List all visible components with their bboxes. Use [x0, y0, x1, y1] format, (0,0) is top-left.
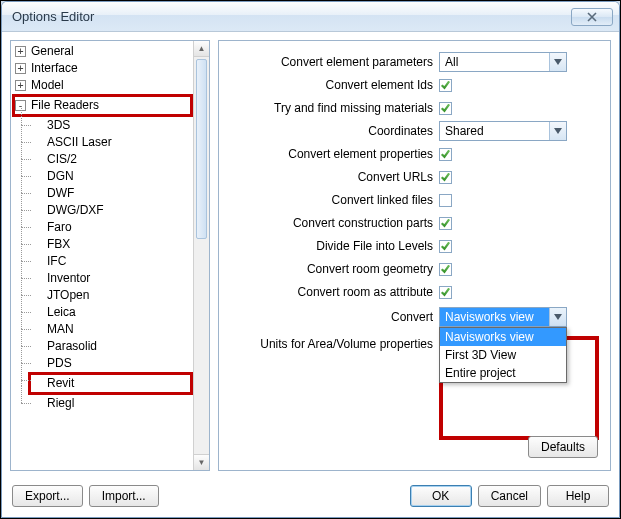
tree-item-model[interactable]: +Model [15, 77, 193, 94]
cancel-button[interactable]: Cancel [478, 485, 541, 507]
label-convert-urls: Convert URLs [231, 170, 439, 184]
scroll-up-icon[interactable]: ▲ [194, 41, 209, 57]
chevron-down-icon [549, 122, 566, 140]
select-coordinates[interactable]: Shared [439, 121, 567, 141]
convert-option-entire-project[interactable]: Entire project [440, 364, 566, 382]
window-title: Options Editor [12, 9, 571, 24]
options-editor-window: Options Editor +General +Interface +Mode… [1, 1, 620, 518]
export-button[interactable]: Export... [12, 485, 83, 507]
close-button[interactable] [571, 8, 613, 26]
expand-icon[interactable]: + [15, 46, 26, 57]
content-area: +General +Interface +Model -File Readers… [2, 32, 619, 479]
label-convert-params: Convert element parameters [231, 55, 439, 69]
checkbox-convert-urls[interactable] [439, 171, 452, 184]
close-icon [587, 12, 597, 22]
tree-vscrollbar[interactable]: ▲ ▼ [193, 41, 209, 470]
tree-item-ascii-laser[interactable]: ASCII Laser [31, 134, 193, 151]
titlebar[interactable]: Options Editor [2, 2, 619, 32]
label-find-missing: Try and find missing materials [231, 101, 439, 115]
tree-item-jtopen[interactable]: JTOpen [31, 287, 193, 304]
checkbox-convert-ids[interactable] [439, 79, 452, 92]
help-button[interactable]: Help [547, 485, 609, 507]
chevron-down-icon [549, 308, 566, 326]
tree-item-pds[interactable]: PDS [31, 355, 193, 372]
checkbox-convert-props[interactable] [439, 148, 452, 161]
label-room-geom: Convert room geometry [231, 262, 439, 276]
tree-item-interface[interactable]: +Interface [15, 60, 193, 77]
label-convert-ids: Convert element Ids [231, 78, 439, 92]
checkbox-find-missing[interactable] [439, 102, 452, 115]
label-convert-ctor: Convert construction parts [231, 216, 439, 230]
footer: Export... Import... OK Cancel Help [2, 479, 619, 517]
convert-option-navisworks[interactable]: Navisworks view [440, 328, 566, 346]
label-convert-props: Convert element properties [231, 147, 439, 161]
options-panel: Convert element parameters All Convert e… [218, 40, 611, 471]
tree-item-revit[interactable]: Revit [31, 372, 193, 395]
checkbox-divide-levels[interactable] [439, 240, 452, 253]
defaults-button[interactable]: Defaults [528, 436, 598, 458]
checkbox-convert-ctor[interactable] [439, 217, 452, 230]
tree-item-faro[interactable]: Faro [31, 219, 193, 236]
label-coordinates: Coordinates [231, 124, 439, 138]
label-convert-linked: Convert linked files [231, 193, 439, 207]
checkbox-room-geom[interactable] [439, 263, 452, 276]
tree-item-man[interactable]: MAN [31, 321, 193, 338]
tree-item-cis2[interactable]: CIS/2 [31, 151, 193, 168]
tree-item-file-readers[interactable]: -File Readers 3DS ASCII Laser CIS/2 DGN … [15, 94, 193, 412]
tree-item-dwg-dxf[interactable]: DWG/DXF [31, 202, 193, 219]
tree-panel: +General +Interface +Model -File Readers… [10, 40, 210, 471]
convert-option-first-3d[interactable]: First 3D View [440, 346, 566, 364]
chevron-down-icon [549, 53, 566, 71]
tree-item-ifc[interactable]: IFC [31, 253, 193, 270]
tree-item-riegl[interactable]: Riegl [31, 395, 193, 412]
label-room-attr: Convert room as attribute [231, 285, 439, 299]
label-units: Units for Area/Volume properties [231, 337, 439, 351]
tree-item-leica[interactable]: Leica [31, 304, 193, 321]
ok-button[interactable]: OK [410, 485, 472, 507]
scroll-down-icon[interactable]: ▼ [194, 454, 209, 470]
tree-item-fbx[interactable]: FBX [31, 236, 193, 253]
label-divide-levels: Divide File into Levels [231, 239, 439, 253]
tree-item-dwf[interactable]: DWF [31, 185, 193, 202]
tree-item-dgn[interactable]: DGN [31, 168, 193, 185]
tree-item-parasolid[interactable]: Parasolid [31, 338, 193, 355]
label-convert: Convert [231, 307, 439, 324]
select-convert-params[interactable]: All [439, 52, 567, 72]
tree[interactable]: +General +Interface +Model -File Readers… [11, 41, 193, 470]
tree-item-inventor[interactable]: Inventor [31, 270, 193, 287]
checkbox-room-attr[interactable] [439, 286, 452, 299]
tree-item-3ds[interactable]: 3DS [31, 117, 193, 134]
expand-icon[interactable]: + [15, 80, 26, 91]
convert-dropdown-list[interactable]: Navisworks view First 3D View Entire pro… [439, 327, 567, 383]
import-button[interactable]: Import... [89, 485, 159, 507]
tree-item-general[interactable]: +General [15, 43, 193, 60]
select-convert[interactable]: Navisworks view [439, 307, 567, 327]
checkbox-convert-linked[interactable] [439, 194, 452, 207]
scroll-thumb[interactable] [196, 59, 207, 239]
expand-icon[interactable]: + [15, 63, 26, 74]
